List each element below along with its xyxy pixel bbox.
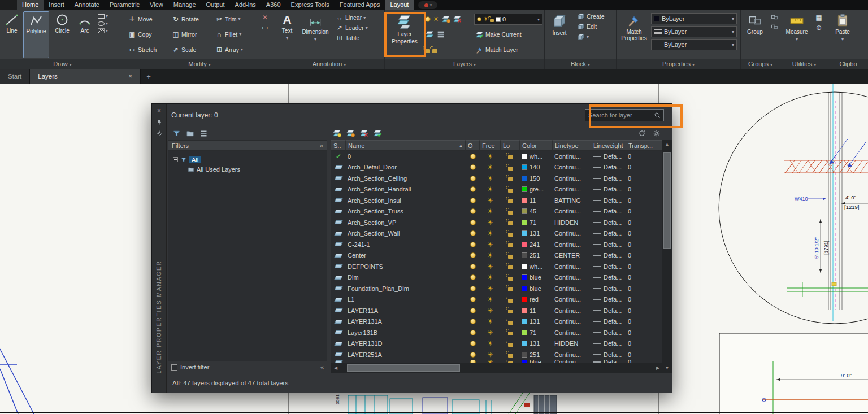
- app-menu-corner[interactable]: [0, 0, 17, 10]
- layer-color-cell[interactable]: 251: [520, 351, 553, 358]
- new-property-filter-button[interactable]: [171, 128, 181, 138]
- layer-linetype[interactable]: Continu...: [553, 208, 591, 215]
- new-layer-vp-frozen-button[interactable]: [345, 128, 355, 138]
- layer-row[interactable]: 0 ☀ wh... Continu... Defa... 0: [331, 151, 662, 162]
- layer-row[interactable]: Arch_Section_Wall ☀ 131 Continu... Defa.…: [331, 228, 662, 239]
- layer-lock-icon[interactable]: [508, 287, 513, 291]
- layer-color-cell[interactable]: 140: [520, 164, 553, 171]
- layer-transparency[interactable]: 0: [626, 153, 662, 160]
- layer-lineweight[interactable]: Defa...: [591, 340, 626, 347]
- layer-linetype[interactable]: HIDDEN: [553, 219, 591, 226]
- ribbon-tab[interactable]: A360: [261, 0, 286, 10]
- layer-transparency[interactable]: 0: [626, 285, 662, 292]
- filters-header[interactable]: Filters «: [168, 140, 327, 151]
- layer-row[interactable]: C-241-1 ☀ 241 Continu... Defa... 0: [331, 239, 662, 250]
- layer-row[interactable]: Arch_Section_Truss ☀ 45 Continu... Defa.…: [331, 206, 662, 217]
- autohide-pin-icon[interactable]: [156, 119, 163, 125]
- layer-off-icon[interactable]: [425, 16, 431, 22]
- ribbon-tab[interactable]: Manage: [168, 0, 201, 10]
- layer-on-icon[interactable]: [470, 330, 476, 335]
- layer-lineweight[interactable]: Defa...: [591, 307, 626, 314]
- layer-color-cell[interactable]: wh...: [520, 263, 553, 270]
- layer-linetype[interactable]: Continu...: [553, 153, 591, 160]
- layer-lineweight[interactable]: Defa...: [591, 241, 626, 248]
- layer-lineweight[interactable]: Defa...: [591, 153, 626, 160]
- layer-lineweight[interactable]: Defa...: [591, 263, 626, 270]
- layer-freeze-icon[interactable]: ☀: [487, 263, 493, 270]
- layer-search-input[interactable]: Search for layer: [585, 109, 664, 121]
- layer-freeze-icon[interactable]: ☀: [487, 252, 493, 259]
- settings-gear-icon[interactable]: [652, 128, 662, 138]
- layer-row[interactable]: LAYER131A ☀ 131 Continu... Defa... 0: [331, 316, 662, 328]
- scroll-left-icon[interactable]: ◀: [331, 365, 340, 371]
- layer-row[interactable]: DEFPOINTS ☀ wh... Continu... Defa... 0: [331, 261, 662, 272]
- insert-block-button[interactable]: Insert: [546, 11, 572, 58]
- layer-lock-icon[interactable]: [508, 354, 513, 358]
- modify-tool-button[interactable]: ✂ Trim ▾: [214, 11, 258, 27]
- layer-linetype[interactable]: Continu...: [553, 351, 591, 358]
- layer-color-cell[interactable]: gre...: [520, 186, 553, 193]
- layer-isolate-icon[interactable]: [425, 30, 434, 39]
- vertical-scrollbar[interactable]: ▲ ▼: [662, 140, 672, 373]
- layer-transparency[interactable]: 0: [626, 263, 662, 270]
- invert-filter-checkbox[interactable]: [171, 364, 177, 371]
- layer-linetype[interactable]: Continu...: [553, 164, 591, 171]
- layer-lineweight[interactable]: Defa...: [591, 219, 626, 226]
- ribbon-tab[interactable]: Insert: [44, 0, 70, 10]
- ribbon-tab[interactable]: View: [145, 0, 168, 10]
- record-button[interactable]: ▾: [418, 1, 437, 9]
- make-current-button[interactable]: Make Current: [474, 30, 523, 39]
- layer-on-icon[interactable]: [470, 297, 476, 302]
- layer-linetype[interactable]: Continu...: [553, 263, 591, 270]
- layer-freeze-icon[interactable]: ☀: [487, 241, 493, 248]
- layer-linetype[interactable]: Continu...: [553, 285, 591, 292]
- layer-transparency[interactable]: 0: [626, 164, 662, 171]
- layer-linetype[interactable]: Continu...: [553, 274, 591, 281]
- layer-color-cell[interactable]: blue: [520, 274, 553, 281]
- col-status[interactable]: S..: [331, 140, 346, 151]
- block-attributes-button[interactable]: ▾: [576, 33, 606, 41]
- layer-lock-icon[interactable]: [508, 167, 513, 171]
- modify-tool-button[interactable]: ◫ Mirror ▾: [171, 27, 214, 42]
- set-current-layer-button[interactable]: [372, 128, 383, 138]
- palette-settings-icon[interactable]: [156, 130, 163, 137]
- layer-on-icon[interactable]: [470, 274, 476, 280]
- rectangle-tool-button[interactable]: ▾: [98, 14, 108, 19]
- layer-lock-icon[interactable]: [508, 343, 513, 347]
- layer-lineweight[interactable]: Defa...: [591, 351, 626, 358]
- layer-color-cell[interactable]: 45: [520, 208, 553, 215]
- layer-freeze-icon[interactable]: ☀: [487, 230, 493, 237]
- layer-lineweight[interactable]: Defa...: [591, 186, 626, 193]
- horizontal-scrollbar[interactable]: ◀ ▶: [331, 363, 662, 373]
- layer-lock-icon[interactable]: [508, 332, 513, 335]
- layer-states-icon[interactable]: [436, 30, 445, 39]
- layer-lineweight[interactable]: Defa...: [591, 285, 626, 292]
- layer-linetype[interactable]: BATTING: [553, 197, 591, 204]
- annotation-tool-button[interactable]: ⊞ Table ▾: [335, 34, 382, 42]
- layer-color-cell[interactable]: blue: [520, 285, 553, 292]
- layer-on-icon[interactable]: [470, 352, 476, 358]
- layer-lineweight[interactable]: Defa...: [591, 197, 626, 204]
- layer-lock-icon[interactable]: [508, 255, 513, 259]
- layer-lineweight[interactable]: Defa...: [591, 274, 626, 281]
- layer-transparency[interactable]: 0: [626, 241, 662, 248]
- panel-caption-draw[interactable]: Draw ▾: [0, 59, 125, 69]
- close-palette-icon[interactable]: ×: [157, 107, 161, 114]
- layer-transparency[interactable]: 0: [626, 274, 662, 281]
- close-tab-icon[interactable]: ×: [128, 72, 132, 80]
- arc-button[interactable]: Arc: [75, 11, 94, 58]
- layer-row[interactable]: Arch_Detail_Door ☀ 140 Continu... Defa..…: [331, 162, 662, 173]
- layer-color-cell[interactable]: 131: [520, 318, 553, 325]
- col-on[interactable]: O: [466, 140, 480, 151]
- layer-lock-icon[interactable]: [508, 155, 513, 159]
- panel-caption-block[interactable]: Block ▾: [545, 59, 616, 69]
- layer-linetype[interactable]: HIDDEN: [553, 340, 591, 347]
- layer-on-icon[interactable]: [470, 198, 476, 203]
- layer-row[interactable]: LAYER251A ☀ 251 Continu... Defa... 0: [331, 349, 662, 360]
- layer-on-icon[interactable]: [470, 308, 476, 313]
- ribbon-tab[interactable]: Output: [201, 0, 230, 10]
- layer-lock-icon[interactable]: [508, 177, 513, 181]
- ribbon-tab[interactable]: Express Tools: [286, 0, 335, 10]
- scroll-right-icon[interactable]: ▶: [653, 365, 662, 371]
- modify-tool-button[interactable]: ⇗ Scale ▾: [171, 42, 214, 57]
